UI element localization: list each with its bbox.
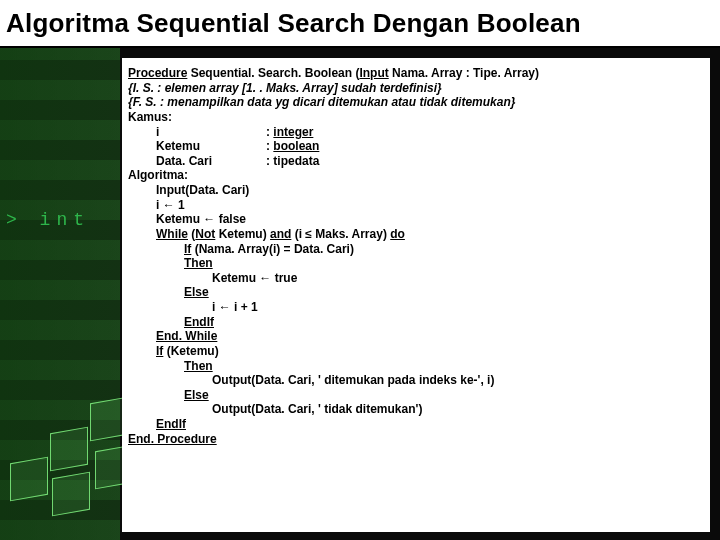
arrow-icon: ← xyxy=(203,212,215,226)
final-state-line: {F. S. : menampilkan data yg dicari dite… xyxy=(128,95,700,110)
endif-line: EndIf xyxy=(128,315,700,330)
i-inc-line: i ← i + 1 xyxy=(128,300,700,315)
decorative-prompt-text: > int xyxy=(6,210,90,230)
var-i: i: integer xyxy=(128,125,700,140)
line-ketemu-false: Ketemu ← false xyxy=(128,212,700,227)
output-found-line: Output(Data. Cari, ' ditemukan pada inde… xyxy=(128,373,700,388)
slide-title: Algoritma Sequential Search Dengan Boole… xyxy=(6,8,581,39)
then2-line: Then xyxy=(128,359,700,374)
if2-line: If (Ketemu) xyxy=(128,344,700,359)
arrow-icon: ← xyxy=(259,271,271,285)
pseudocode-panel: Procedure Sequential. Search. Boolean (I… xyxy=(122,58,710,532)
proc-line: Procedure Sequential. Search. Boolean (I… xyxy=(128,66,700,81)
if-line: If (Nama. Array(i) = Data. Cari) xyxy=(128,242,700,257)
input-keyword: Input xyxy=(359,66,388,80)
endwhile-line: End. While xyxy=(128,329,700,344)
initial-state-line: {I. S. : elemen array [1. . Maks. Array]… xyxy=(128,81,700,96)
var-ketemu: Ketemu: boolean xyxy=(128,139,700,154)
var-data: Data. Cari: tipedata xyxy=(128,154,700,169)
while-line: While (Not Ketemu) and (i ≤ Maks. Array)… xyxy=(128,227,700,242)
arrow-icon: ← xyxy=(163,198,175,212)
slide-title-bar: Algoritma Sequential Search Dengan Boole… xyxy=(0,0,720,48)
endprocedure-line: End. Procedure xyxy=(128,432,700,447)
line-i-assign-1: i ← 1 xyxy=(128,198,700,213)
procedure-keyword: Procedure xyxy=(128,66,187,80)
arrow-icon: ← xyxy=(219,300,231,314)
output-notfound-line: Output(Data. Cari, ' tidak ditemukan') xyxy=(128,402,700,417)
kamus-label: Kamus: xyxy=(128,110,700,125)
endif2-line: EndIf xyxy=(128,417,700,432)
ketemu-true-line: Ketemu ← true xyxy=(128,271,700,286)
then-line: Then xyxy=(128,256,700,271)
algoritma-label: Algoritma: xyxy=(128,168,700,183)
line-input: Input(Data. Cari) xyxy=(128,183,700,198)
else-line: Else xyxy=(128,285,700,300)
else2-line: Else xyxy=(128,388,700,403)
